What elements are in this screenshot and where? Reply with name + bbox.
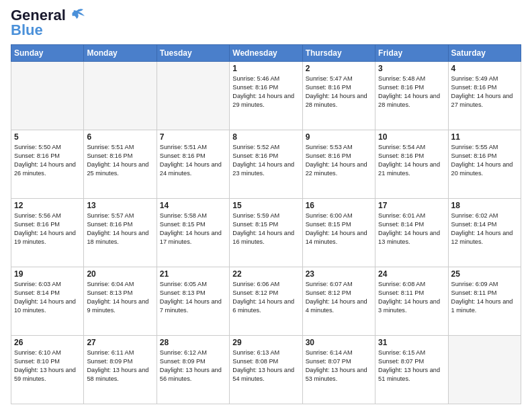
day-detail: Sunrise: 6:06 AMSunset: 8:12 PMDaylight:… <box>232 280 299 315</box>
day-number: 6 <box>87 132 153 142</box>
weekday-header-monday: Monday <box>84 45 157 62</box>
day-detail: Sunrise: 6:03 AMSunset: 8:14 PMDaylight:… <box>14 280 81 315</box>
day-number: 15 <box>232 201 299 210</box>
day-number: 5 <box>14 132 81 142</box>
day-number: 23 <box>306 269 372 279</box>
weekday-header-saturday: Saturday <box>448 45 521 62</box>
calendar-cell <box>157 62 229 130</box>
day-number: 28 <box>160 338 226 347</box>
day-detail: Sunrise: 5:49 AMSunset: 8:16 PMDaylight:… <box>451 75 518 109</box>
calendar-table: SundayMondayTuesdayWednesdayThursdayFrid… <box>11 44 521 404</box>
calendar-cell: 11Sunrise: 5:55 AMSunset: 8:16 PMDayligh… <box>448 130 521 199</box>
day-number: 30 <box>306 338 372 347</box>
calendar-cell: 4Sunrise: 5:49 AMSunset: 8:16 PMDaylight… <box>448 62 521 130</box>
day-detail: Sunrise: 5:52 AMSunset: 8:16 PMDaylight:… <box>232 143 299 178</box>
day-detail: Sunrise: 6:00 AMSunset: 8:15 PMDaylight:… <box>306 212 372 246</box>
day-number: 10 <box>378 132 445 142</box>
logo-bird-icon <box>67 8 86 23</box>
weekday-header-thursday: Thursday <box>302 45 375 62</box>
day-detail: Sunrise: 6:05 AMSunset: 8:13 PMDaylight:… <box>160 280 226 315</box>
calendar-cell: 2Sunrise: 5:47 AMSunset: 8:16 PMDaylight… <box>302 62 375 130</box>
calendar-cell: 21Sunrise: 6:05 AMSunset: 8:13 PMDayligh… <box>157 267 229 336</box>
calendar-cell: 8Sunrise: 5:52 AMSunset: 8:16 PMDaylight… <box>230 130 302 199</box>
calendar-cell: 6Sunrise: 5:51 AMSunset: 8:16 PMDaylight… <box>84 130 157 199</box>
day-detail: Sunrise: 5:57 AMSunset: 8:16 PMDaylight:… <box>87 212 153 246</box>
weekday-header-tuesday: Tuesday <box>157 45 229 62</box>
calendar-cell: 3Sunrise: 5:48 AMSunset: 8:16 PMDaylight… <box>375 62 448 130</box>
day-number: 31 <box>378 338 445 347</box>
day-detail: Sunrise: 5:53 AMSunset: 8:16 PMDaylight:… <box>306 143 372 178</box>
day-number: 2 <box>306 64 372 73</box>
logo-blue: Blue <box>11 21 43 39</box>
page: General Blue SundayMondayTuesdayWednesda… <box>0 0 532 411</box>
day-number: 7 <box>160 132 226 142</box>
day-detail: Sunrise: 5:51 AMSunset: 8:16 PMDaylight:… <box>87 143 153 178</box>
calendar-cell: 1Sunrise: 5:46 AMSunset: 8:16 PMDaylight… <box>230 62 302 130</box>
day-number: 3 <box>378 64 445 73</box>
calendar-cell <box>84 62 157 130</box>
calendar-week-4: 19Sunrise: 6:03 AMSunset: 8:14 PMDayligh… <box>11 267 521 336</box>
day-number: 9 <box>306 132 372 142</box>
day-detail: Sunrise: 5:50 AMSunset: 8:16 PMDaylight:… <box>14 143 81 178</box>
day-detail: Sunrise: 5:51 AMSunset: 8:16 PMDaylight:… <box>160 143 226 178</box>
day-number: 24 <box>378 269 445 279</box>
day-number: 16 <box>306 201 372 210</box>
calendar-cell: 20Sunrise: 6:04 AMSunset: 8:13 PMDayligh… <box>84 267 157 336</box>
calendar-cell: 29Sunrise: 6:13 AMSunset: 8:08 PMDayligh… <box>230 336 302 404</box>
day-number: 14 <box>160 201 226 210</box>
day-number: 12 <box>14 201 81 210</box>
day-detail: Sunrise: 5:55 AMSunset: 8:16 PMDaylight:… <box>451 143 518 178</box>
weekday-header-row: SundayMondayTuesdayWednesdayThursdayFrid… <box>11 45 521 62</box>
day-detail: Sunrise: 5:48 AMSunset: 8:16 PMDaylight:… <box>378 75 445 109</box>
calendar-cell: 16Sunrise: 6:00 AMSunset: 8:15 PMDayligh… <box>302 199 375 267</box>
day-detail: Sunrise: 6:09 AMSunset: 8:11 PMDaylight:… <box>451 280 518 315</box>
day-detail: Sunrise: 5:54 AMSunset: 8:16 PMDaylight:… <box>378 143 445 178</box>
day-number: 19 <box>14 269 81 279</box>
day-detail: Sunrise: 5:46 AMSunset: 8:16 PMDaylight:… <box>232 75 299 109</box>
day-detail: Sunrise: 6:15 AMSunset: 8:07 PMDaylight:… <box>378 349 445 383</box>
day-detail: Sunrise: 6:04 AMSunset: 8:13 PMDaylight:… <box>87 280 153 315</box>
calendar-cell: 7Sunrise: 5:51 AMSunset: 8:16 PMDaylight… <box>157 130 229 199</box>
day-number: 8 <box>232 132 299 142</box>
calendar-cell: 30Sunrise: 6:14 AMSunset: 8:07 PMDayligh… <box>302 336 375 404</box>
calendar-week-2: 5Sunrise: 5:50 AMSunset: 8:16 PMDaylight… <box>11 130 521 199</box>
day-detail: Sunrise: 6:10 AMSunset: 8:10 PMDaylight:… <box>14 349 81 383</box>
header: General Blue <box>11 7 521 39</box>
day-detail: Sunrise: 6:02 AMSunset: 8:14 PMDaylight:… <box>451 212 518 246</box>
calendar-cell <box>448 336 521 404</box>
weekday-header-friday: Friday <box>375 45 448 62</box>
day-number: 27 <box>87 338 153 347</box>
calendar-cell: 5Sunrise: 5:50 AMSunset: 8:16 PMDaylight… <box>11 130 84 199</box>
calendar-cell: 27Sunrise: 6:11 AMSunset: 8:09 PMDayligh… <box>84 336 157 404</box>
day-number: 29 <box>232 338 299 347</box>
calendar-cell: 25Sunrise: 6:09 AMSunset: 8:11 PMDayligh… <box>448 267 521 336</box>
day-number: 22 <box>232 269 299 279</box>
day-detail: Sunrise: 5:47 AMSunset: 8:16 PMDaylight:… <box>306 75 372 109</box>
calendar-cell: 24Sunrise: 6:08 AMSunset: 8:11 PMDayligh… <box>375 267 448 336</box>
calendar-cell: 23Sunrise: 6:07 AMSunset: 8:12 PMDayligh… <box>302 267 375 336</box>
day-detail: Sunrise: 5:56 AMSunset: 8:16 PMDaylight:… <box>14 212 81 246</box>
day-detail: Sunrise: 6:01 AMSunset: 8:14 PMDaylight:… <box>378 212 445 246</box>
day-detail: Sunrise: 6:11 AMSunset: 8:09 PMDaylight:… <box>87 349 153 383</box>
day-number: 13 <box>87 201 153 210</box>
calendar-cell: 12Sunrise: 5:56 AMSunset: 8:16 PMDayligh… <box>11 199 84 267</box>
calendar-cell: 28Sunrise: 6:12 AMSunset: 8:09 PMDayligh… <box>157 336 229 404</box>
calendar-cell: 31Sunrise: 6:15 AMSunset: 8:07 PMDayligh… <box>375 336 448 404</box>
day-detail: Sunrise: 6:14 AMSunset: 8:07 PMDaylight:… <box>306 349 372 383</box>
day-number: 11 <box>451 132 518 142</box>
day-number: 25 <box>451 269 518 279</box>
day-number: 20 <box>87 269 153 279</box>
calendar-week-1: 1Sunrise: 5:46 AMSunset: 8:16 PMDaylight… <box>11 62 521 130</box>
day-detail: Sunrise: 6:12 AMSunset: 8:09 PMDaylight:… <box>160 349 226 383</box>
day-detail: Sunrise: 5:58 AMSunset: 8:15 PMDaylight:… <box>160 212 226 246</box>
day-number: 1 <box>232 64 299 73</box>
day-number: 21 <box>160 269 226 279</box>
calendar-cell: 9Sunrise: 5:53 AMSunset: 8:16 PMDaylight… <box>302 130 375 199</box>
day-detail: Sunrise: 6:07 AMSunset: 8:12 PMDaylight:… <box>306 280 372 315</box>
weekday-header-wednesday: Wednesday <box>230 45 302 62</box>
calendar-week-3: 12Sunrise: 5:56 AMSunset: 8:16 PMDayligh… <box>11 199 521 267</box>
day-detail: Sunrise: 6:08 AMSunset: 8:11 PMDaylight:… <box>378 280 445 315</box>
day-number: 17 <box>378 201 445 210</box>
calendar-cell: 15Sunrise: 5:59 AMSunset: 8:15 PMDayligh… <box>230 199 302 267</box>
day-detail: Sunrise: 6:13 AMSunset: 8:08 PMDaylight:… <box>232 349 299 383</box>
